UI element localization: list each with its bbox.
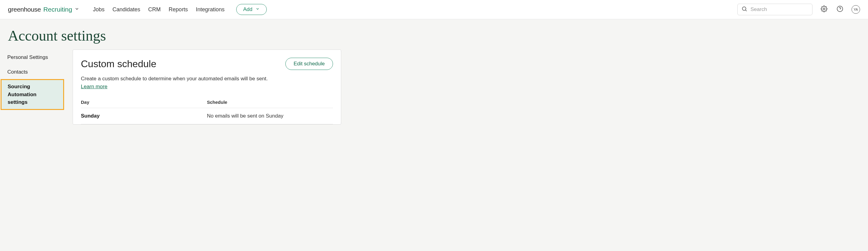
edit-schedule-button[interactable]: Edit schedule — [285, 58, 333, 70]
search-input[interactable] — [750, 6, 808, 12]
table-header-row: Day Schedule — [81, 99, 333, 108]
page-title: Account settings — [0, 19, 868, 47]
cell-day: Sunday — [81, 113, 207, 119]
nav-jobs[interactable]: Jobs — [93, 6, 104, 13]
column-header-schedule: Schedule — [207, 99, 333, 105]
panel-description-text: Create a custom schedule to determine wh… — [81, 76, 268, 82]
panel-title: Custom schedule — [81, 58, 156, 70]
table-row: Sunday No emails will be sent on Sunday — [81, 108, 333, 124]
sidebar-item-label: Contacts — [7, 69, 28, 75]
svg-point-3 — [837, 6, 843, 11]
nav-candidates[interactable]: Candidates — [113, 6, 141, 13]
top-navigation-bar: greenhouse Recruiting Jobs Candidates CR… — [0, 0, 868, 19]
help-button[interactable] — [836, 5, 844, 14]
gear-icon — [821, 5, 828, 13]
search-icon — [741, 6, 747, 13]
svg-line-1 — [746, 10, 747, 11]
settings-sidebar: Personal Settings Contacts Sourcing Auto… — [1, 47, 64, 110]
logo-text-greenhouse: greenhouse — [8, 6, 41, 13]
custom-schedule-panel: Custom schedule Edit schedule Create a c… — [73, 50, 341, 125]
chevron-down-icon — [255, 6, 260, 12]
panel-description: Create a custom schedule to determine wh… — [81, 75, 333, 91]
add-button-label: Add — [243, 6, 252, 12]
logo-text-recruiting: Recruiting — [43, 6, 72, 13]
cell-schedule: No emails will be sent on Sunday — [207, 113, 333, 119]
add-button[interactable]: Add — [236, 4, 267, 15]
sidebar-item-label: Sourcing Automation settings — [8, 84, 36, 105]
help-icon — [837, 5, 843, 13]
user-avatar[interactable]: YA — [851, 5, 860, 14]
nav-integrations[interactable]: Integrations — [196, 6, 225, 13]
sidebar-item-personal-settings[interactable]: Personal Settings — [1, 50, 64, 65]
settings-button[interactable] — [820, 5, 828, 14]
svg-point-0 — [742, 7, 746, 10]
sidebar-item-contacts[interactable]: Contacts — [1, 65, 64, 80]
primary-nav: Jobs Candidates CRM Reports Integrations — [93, 6, 224, 13]
nav-crm[interactable]: CRM — [148, 6, 161, 13]
column-header-day: Day — [81, 99, 207, 105]
nav-reports[interactable]: Reports — [169, 6, 188, 13]
sidebar-item-sourcing-automation[interactable]: Sourcing Automation settings — [1, 79, 64, 110]
chevron-down-icon[interactable] — [74, 6, 79, 12]
avatar-initials: YA — [854, 8, 858, 11]
logo[interactable]: greenhouse Recruiting — [8, 6, 79, 13]
sidebar-item-label: Personal Settings — [7, 54, 48, 60]
search-box[interactable] — [737, 4, 812, 15]
schedule-table: Day Schedule Sunday No emails will be se… — [81, 99, 333, 124]
learn-more-link[interactable]: Learn more — [81, 83, 107, 91]
svg-point-2 — [823, 8, 825, 10]
